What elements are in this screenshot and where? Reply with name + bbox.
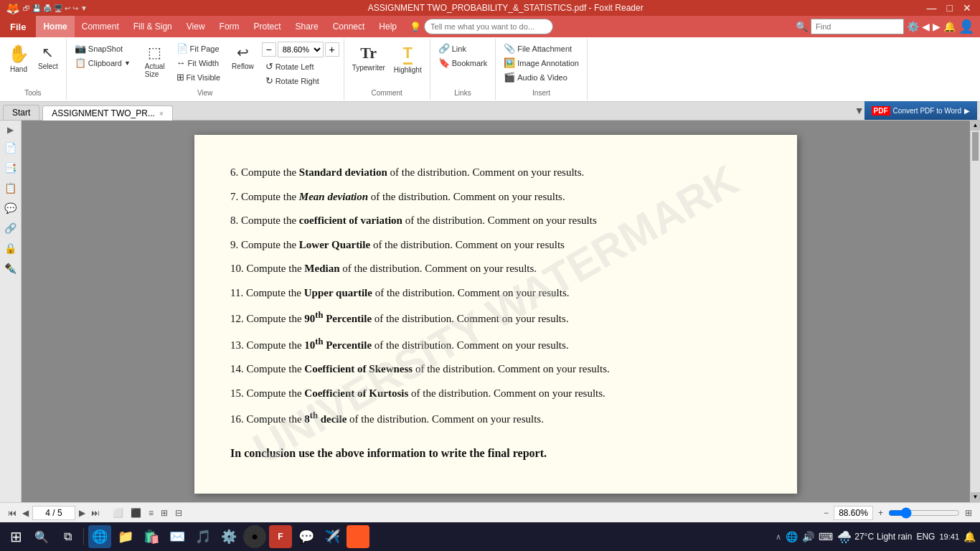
- item-10: 10. Compute the Median of the distributi…: [230, 260, 761, 278]
- store-taskbar-app[interactable]: 🛍️: [140, 525, 163, 548]
- double-page-button[interactable]: ⬛: [128, 507, 143, 519]
- task-view-button[interactable]: ⧉: [56, 525, 79, 548]
- connect-menu[interactable]: Connect: [326, 16, 372, 37]
- minimize-button[interactable]: —: [924, 2, 940, 14]
- tab-dropdown-button[interactable]: ▼: [854, 105, 864, 116]
- prev-page-button[interactable]: ◀: [20, 507, 31, 519]
- maximize-button[interactable]: □: [944, 2, 956, 14]
- whatsapp-taskbar-app[interactable]: 💬: [295, 525, 318, 548]
- spread-button[interactable]: ⊞: [159, 507, 170, 519]
- rotate-right-button[interactable]: ↻ Rotate Right: [262, 74, 339, 88]
- scroll-track[interactable]: [971, 131, 980, 492]
- scroll-down-button[interactable]: ▼: [971, 492, 980, 502]
- select-tool-button[interactable]: ↖ Select: [34, 42, 62, 72]
- tell-me-input[interactable]: [424, 19, 553, 34]
- next-page-button[interactable]: ▶: [77, 507, 88, 519]
- zoom-value-input[interactable]: [834, 506, 873, 520]
- file-attachment-button[interactable]: 📎 File Attachment: [500, 42, 583, 55]
- status-zoom-in-button[interactable]: +: [876, 507, 885, 519]
- help-menu[interactable]: Help: [372, 16, 404, 37]
- zoom-select[interactable]: 88.60%: [278, 42, 324, 57]
- view-menu[interactable]: View: [179, 16, 212, 37]
- form-menu[interactable]: Form: [212, 16, 247, 37]
- scroll-up-button[interactable]: ▲: [971, 121, 980, 131]
- typewriter-button[interactable]: Tr Typewriter: [349, 42, 389, 74]
- close-button[interactable]: ✕: [960, 2, 974, 14]
- settings-taskbar-app[interactable]: ⚙️: [217, 525, 240, 548]
- bookmark-button[interactable]: 🔖 Bookmark: [435, 56, 491, 70]
- convert-pdf-button[interactable]: PDF Convert PDF to Word ▶: [864, 101, 977, 120]
- file-menu[interactable]: File: [0, 16, 36, 37]
- status-zoom-out-button[interactable]: −: [821, 507, 831, 519]
- telegram-taskbar-app[interactable]: ✈️: [321, 525, 344, 548]
- snapshot-button[interactable]: 📷 SnapShot: [71, 42, 134, 55]
- chrome-taskbar-app[interactable]: ●: [243, 525, 266, 548]
- fit-width-button[interactable]: ↔ Fit Width: [173, 56, 224, 70]
- fit-visible-button[interactable]: ⊞ Fit Visible: [173, 70, 224, 84]
- hand-tool-button[interactable]: ✋ Hand: [4, 42, 33, 75]
- sidebar-comments-btn[interactable]: 💬: [2, 199, 19, 217]
- network-icon[interactable]: 🌐: [786, 531, 798, 542]
- mail-taskbar-app[interactable]: ✉️: [166, 525, 189, 548]
- weather-widget[interactable]: 🌧️ 27°C Light rain: [837, 530, 912, 544]
- actual-size-button[interactable]: ⬚ Actual Size: [141, 42, 169, 80]
- highlight-button[interactable]: T Highlight: [390, 42, 425, 76]
- language-indicator[interactable]: ENG: [916, 532, 935, 542]
- taskbar-separator-1: [83, 528, 84, 545]
- start-tab[interactable]: Start: [3, 105, 39, 120]
- home-menu[interactable]: Home: [36, 16, 74, 37]
- volume-icon[interactable]: 🔊: [802, 531, 814, 542]
- zoom-controls: − + ⊞: [821, 506, 974, 520]
- windows-start-button[interactable]: ⊞: [4, 525, 27, 548]
- link-button[interactable]: 🔗 Link: [435, 42, 491, 55]
- sidebar-collapse-arrow[interactable]: ▶: [6, 123, 15, 136]
- zoom-max-button[interactable]: ⊞: [963, 507, 974, 519]
- orange-taskbar-app[interactable]: [347, 525, 369, 548]
- protect-menu[interactable]: Protect: [247, 16, 288, 37]
- sidebar-bookmark-btn[interactable]: 📑: [2, 159, 19, 176]
- item-14: 14. Compute the Coefficient of Skewness …: [230, 360, 761, 379]
- search-button[interactable]: 🔍: [30, 525, 53, 548]
- music-taskbar-app[interactable]: 🎵: [192, 525, 215, 548]
- ribbon-view-group: 📷 SnapShot 📋 Clipboard ▼ ⬚ Actual Size 📄…: [67, 39, 344, 100]
- clock[interactable]: 19:41: [939, 532, 959, 541]
- first-page-button[interactable]: ⏮: [6, 507, 19, 519]
- system-tray-chevron[interactable]: ∧: [776, 532, 781, 542]
- continuous-button[interactable]: ≡: [146, 507, 156, 519]
- scroll-button[interactable]: ⊟: [173, 507, 184, 519]
- window-controls[interactable]: — □ ✕: [924, 2, 974, 14]
- zoom-out-button[interactable]: −: [262, 42, 276, 57]
- keyboard-icon[interactable]: ⌨: [819, 531, 833, 542]
- tab-close-button[interactable]: ×: [159, 110, 164, 118]
- fill-sign-menu[interactable]: Fill & Sign: [126, 16, 179, 37]
- zoom-in-button[interactable]: +: [325, 42, 339, 57]
- notification-button[interactable]: 🔔: [963, 531, 976, 542]
- sidebar-attachments-btn[interactable]: 🔗: [2, 220, 19, 237]
- zoom-slider[interactable]: [888, 507, 960, 519]
- comment-menu[interactable]: Comment: [75, 16, 126, 37]
- audio-video-button[interactable]: 🎬 Audio & Video: [500, 70, 583, 84]
- clipboard-button[interactable]: 📋 Clipboard ▼: [71, 56, 134, 70]
- sidebar-sign-btn[interactable]: ✒️: [2, 260, 19, 277]
- foxit-taskbar-app[interactable]: F: [269, 525, 292, 548]
- sidebar-page-thumbnail-btn[interactable]: 📄: [2, 139, 19, 156]
- weather-condition: Light rain: [877, 532, 912, 542]
- sidebar-layers-btn[interactable]: 📋: [2, 179, 19, 197]
- rotate-left-button[interactable]: ↺ Rotate Left: [262, 60, 339, 73]
- page-number-input[interactable]: [32, 506, 75, 520]
- fit-page-button[interactable]: 📄 Fit Page: [173, 42, 224, 55]
- find-input[interactable]: [811, 19, 904, 34]
- vertical-scrollbar[interactable]: ▲ ▼: [970, 121, 980, 502]
- explorer-taskbar-app[interactable]: 📁: [114, 525, 137, 548]
- image-annotation-button[interactable]: 🖼️ Image Annotation: [500, 56, 583, 70]
- scroll-thumb[interactable]: [972, 132, 979, 161]
- view-mode-buttons: ⬜ ⬛ ≡ ⊞ ⊟: [110, 507, 184, 519]
- share-menu[interactable]: Share: [288, 16, 326, 37]
- reflow-button[interactable]: ↩ Reflow: [228, 42, 258, 72]
- last-page-button[interactable]: ⏭: [89, 507, 102, 519]
- sidebar-security-btn[interactable]: 🔒: [2, 240, 19, 257]
- single-page-button[interactable]: ⬜: [110, 507, 126, 519]
- pdf-content-area[interactable]: UNIVERSITY WATERMARK 6. Compute the Stan…: [22, 121, 970, 502]
- document-tab[interactable]: ASSIGNMENT TWO_PR... ×: [42, 105, 172, 121]
- edge-taskbar-app[interactable]: 🌐: [88, 525, 111, 548]
